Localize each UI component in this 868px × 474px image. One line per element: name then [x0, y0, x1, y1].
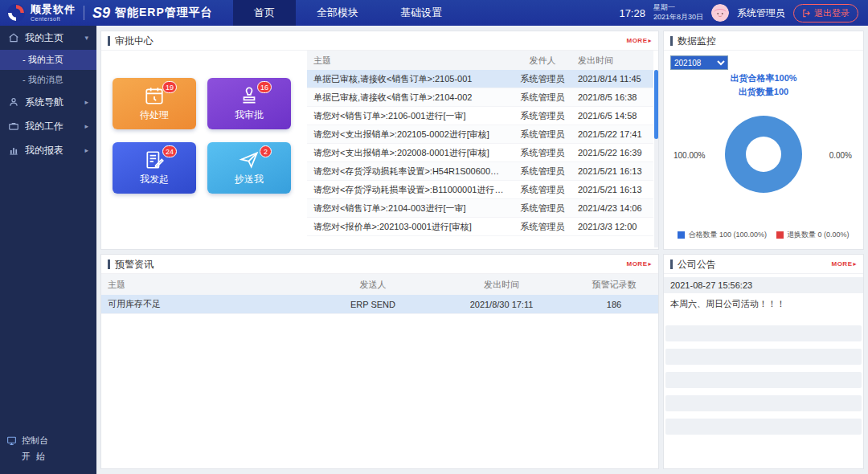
approval-row[interactable]: 请您对<销售订单>:2106-001进行[一审]系统管理员2021/6/5 14… [307, 107, 653, 125]
warning-row[interactable]: 可用库存不足ERP SEND2021/8/30 17:11186 [101, 295, 658, 314]
logout-icon [802, 9, 811, 18]
approval-row[interactable]: 请您对<报价单>:202103-0001进行[审核]系统管理员2021/3/3 … [307, 218, 653, 236]
announcements-panel-title: 公司公告 [670, 259, 716, 269]
sidebar-subitem-label: 我的主页 [28, 55, 63, 64]
more-arrow-icon: ▸ [648, 37, 652, 44]
warnings-panel: 预警资讯 MORE ▸ 主题 发送人 发出时间 预警记录数 [100, 254, 659, 469]
announcement-placeholder-row [665, 372, 862, 388]
console-button[interactable]: 控制台 [6, 432, 90, 448]
console-label: 控制台 [22, 435, 48, 447]
logout-label: 退出登录 [814, 7, 850, 19]
approval-row-subject: 请您对<销售订单>:2106-001进行[一审] [307, 110, 510, 122]
approval-table: 主题 发件人 发出时间 单据已审核,请接收<销售订单>:2105-001系统管理… [307, 51, 658, 249]
approval-row-sender: 系统管理员 [510, 165, 575, 178]
col-header-subject: 主题 [101, 279, 313, 291]
header-divider [84, 6, 84, 20]
start-button[interactable]: 开 始 [6, 448, 90, 464]
header-right: 17:28 星期一 2021年8月30日 系统管理员 退出登录 [619, 3, 868, 22]
approval-more-link[interactable]: MORE ▸ [626, 37, 652, 44]
logout-button[interactable]: 退出登录 [793, 4, 858, 22]
approval-row[interactable]: 请您对<存货浮动耗损率设置>:B11000001进行[审核]系统管理员2021/… [307, 181, 653, 199]
badge-count: 2 [260, 145, 272, 157]
top-header: 顺景软件 Centersoft S9 智能ERP管理平台 首页 全部模块 基础设… [0, 0, 868, 26]
announcement-placeholder-row [665, 349, 862, 365]
monitor-panel-title: 数据监控 [670, 36, 716, 46]
approval-row[interactable]: 请您对<支出报销单>:202008-0001进行[审核]系统管理员2021/5/… [307, 144, 653, 162]
approval-row-subject: 请您对<支出报销单>:202008-0001进行[审核] [307, 147, 510, 159]
bar-chart-icon [8, 145, 19, 156]
donut-label-right: 0.00% [829, 151, 852, 160]
announcement-text[interactable]: 本周六、周日公司活动！！！ [664, 293, 863, 318]
date: 2021年8月30日 [653, 13, 703, 22]
period-select[interactable]: 202108 [670, 55, 728, 70]
tile-label: 我审批 [235, 108, 264, 122]
approval-row-subject: 单据已审核,请接收<销售订单>:2105-001 [307, 73, 510, 85]
approval-table-header: 主题 发件人 发出时间 [307, 51, 653, 70]
approval-row[interactable]: 单据已审核,请接收<销售订单>:2104-002系统管理员2021/8/5 16… [307, 88, 653, 107]
approval-tile[interactable]: 2 抄送我 [207, 142, 291, 194]
approval-tile[interactable]: 16 我审批 [207, 78, 291, 129]
nav-home[interactable]: 首页 [233, 0, 296, 26]
more-label: MORE [626, 37, 647, 44]
paper-plane-icon [239, 149, 260, 170]
legend-label: 退换数量 0 (0.00%) [787, 230, 850, 240]
approval-tile[interactable]: 19 待处理 [113, 78, 196, 129]
clock: 17:28 [619, 7, 645, 19]
sidebar-item-system-nav[interactable]: 系统导航 ▸ [0, 90, 96, 114]
approval-row[interactable]: 请您对<存货浮动损耗率设置>:H54R1S006002进行[审核]系统管理员20… [307, 162, 653, 181]
legend-item: 退换数量 0 (0.00%) [776, 230, 850, 240]
approval-row-sender: 系统管理员 [510, 92, 575, 104]
chevron-right-icon: ▸ [84, 122, 88, 130]
tile-label: 待处理 [140, 108, 169, 122]
announcements-list: 2021-08-27 15:56:23本周六、周日公司活动！！！ [664, 274, 863, 468]
approval-row-subject: 请您对<支出报销单>:202105-0002进行[审核] [307, 129, 510, 141]
brand-name: 顺景软件 [31, 4, 76, 14]
sidebar-subitem-my-messages[interactable]: 我的消息 [0, 70, 96, 90]
legend-swatch [678, 231, 685, 239]
sidebar-item-label: 我的主页 [25, 31, 63, 45]
start-label: 开 始 [22, 451, 47, 463]
col-header-sender: 发送人 [313, 279, 433, 291]
warnings-more-link[interactable]: MORE ▸ [626, 260, 652, 268]
approval-row[interactable]: 请您对<支出报销单>:202105-0002进行[审核]系统管理员2021/5/… [307, 125, 653, 144]
nav-basic-settings[interactable]: 基础设置 [379, 0, 463, 26]
sidebar: 我的主页 ▾ 我的主页 我的消息 系统导航 ▸ 我的工作 ▸ [0, 26, 96, 474]
user-avatar[interactable] [711, 4, 729, 22]
app-window: 顺景软件 Centersoft S9 智能ERP管理平台 首页 全部模块 基础设… [0, 0, 868, 474]
data-monitor-panel: 数据监控 202108 出货合格率100% 出货数量100 100.00% 0.… [663, 31, 864, 250]
warnings-table-body: 可用库存不足ERP SEND2021/8/30 17:11186 [101, 295, 658, 314]
col-header-count: 预警记录数 [570, 279, 658, 291]
announcements-more-link[interactable]: MORE ▸ [831, 260, 857, 268]
sidebar-item-my-home[interactable]: 我的主页 ▾ [0, 26, 96, 50]
donut-chart-area: 100.00% 0.00% [670, 109, 857, 212]
sidebar-item-my-work[interactable]: 我的工作 ▸ [0, 114, 96, 138]
chevron-right-icon: ▸ [84, 98, 88, 106]
home-icon [8, 32, 19, 43]
scrollbar-thumb[interactable] [654, 70, 658, 139]
warning-row-time: 2021/8/30 17:11 [433, 300, 570, 309]
approval-row-time: 2021/6/5 14:58 [575, 111, 653, 121]
nav-all-modules[interactable]: 全部模块 [296, 0, 379, 26]
warning-row-sender: ERP SEND [313, 300, 433, 309]
top-nav: 首页 全部模块 基础设置 [233, 0, 463, 26]
tile-label: 我发起 [140, 173, 169, 186]
announcements-panel: 公司公告 MORE ▸ 2021-08-27 15:56:23本周六、周日公司活… [663, 254, 864, 469]
more-arrow-icon: ▸ [853, 260, 857, 268]
brand-subtitle: Centersoft [31, 16, 76, 22]
approval-row[interactable]: 请您对<销售订单>:2104-003进行[一审]系统管理员2021/4/23 1… [307, 199, 653, 218]
col-header-time: 发出时间 [433, 279, 570, 291]
stamp-icon [239, 85, 260, 106]
legend-swatch [776, 231, 784, 239]
announcement-placeholder-row [665, 325, 862, 341]
company-logo-icon [6, 3, 26, 22]
sidebar-bottom: 控制台 开 始 [0, 427, 96, 474]
approval-tile[interactable]: 24 我发起 [113, 142, 196, 194]
warnings-table: 主题 发送人 发出时间 预警记录数 可用库存不足ERP SEND2021/8/3… [101, 274, 658, 314]
sidebar-item-my-reports[interactable]: 我的报表 ▸ [0, 138, 96, 162]
announcement-date: 2021-08-27 15:56:23 [664, 277, 863, 293]
approval-row[interactable]: 单据已审核,请接收<销售订单>:2105-001系统管理员2021/8/14 1… [307, 70, 653, 88]
sidebar-subitem-my-home[interactable]: 我的主页 [0, 50, 96, 70]
badge-count: 19 [162, 81, 177, 93]
tile-label: 抄送我 [235, 173, 264, 186]
more-label: MORE [831, 260, 852, 268]
